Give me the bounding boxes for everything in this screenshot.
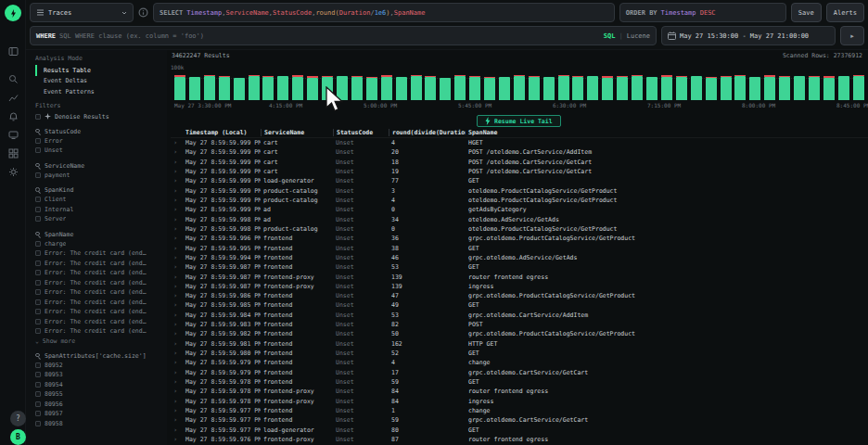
table-row[interactable]: ›May 27 8:59:59.987 PMfrontend-proxyUnse… [171, 272, 868, 281]
table-row[interactable]: ›May 27 8:59:59.977 PMfrontendUnset59grp… [171, 415, 868, 425]
table-row[interactable]: ›May 27 8:59:59.978 PMfrontend-proxyUnse… [171, 387, 868, 396]
facet-value[interactable]: 80957 [35, 409, 163, 419]
facet-value[interactable]: 80955 [35, 389, 163, 400]
facet-value[interactable]: payment [35, 171, 163, 181]
histogram-bar[interactable] [396, 77, 407, 100]
checkbox[interactable] [35, 328, 41, 334]
checkbox[interactable] [35, 401, 41, 407]
table-row[interactable]: ›May 27 8:59:59.998 PMproduct-catalogUns… [171, 224, 868, 234]
facet-title[interactable]: StatusCode [35, 127, 163, 136]
table-row[interactable]: ›May 27 8:59:59.987 PMfrontendUnset53GET [171, 262, 868, 272]
expand-chevron-icon[interactable]: › [171, 197, 183, 204]
table-row[interactable]: ›May 27 8:59:59.986 PMfrontendUnset47grp… [171, 291, 868, 300]
checkbox[interactable] [35, 391, 41, 397]
facet-value[interactable]: Error: The credit card (end… [35, 268, 163, 278]
facet-value[interactable]: Error: The credit card (end… [35, 259, 163, 269]
histogram-bar[interactable] [617, 76, 628, 100]
expand-chevron-icon[interactable]: › [171, 292, 183, 299]
time-range-picker[interactable]: May 27 15:30:00 - May 27 21:00:00 [661, 26, 836, 45]
facet-title[interactable]: SpanAttributes['cache.size'] [35, 351, 163, 361]
histogram-bar[interactable] [351, 76, 363, 100]
checkbox[interactable] [35, 250, 41, 256]
table-row[interactable]: ›May 27 8:59:59.999 PMadUnset0getAdsByCa… [171, 205, 868, 214]
expand-chevron-icon[interactable]: › [171, 388, 183, 395]
facet-value[interactable]: Client [35, 195, 163, 205]
analysis-mode-item[interactable]: Event Patterns [35, 86, 163, 97]
checkbox[interactable] [35, 216, 41, 222]
facet-value[interactable]: Error: The credit card (end… [35, 326, 163, 337]
expand-chevron-icon[interactable]: › [171, 350, 183, 357]
histogram-bar[interactable] [838, 76, 849, 100]
histogram-bar[interactable] [307, 76, 318, 100]
facet-value[interactable]: Unset [35, 146, 163, 156]
select-query-input[interactable]: SELECT Timestamp,ServiceName,StatusCode,… [153, 3, 615, 22]
expand-chevron-icon[interactable]: › [171, 168, 183, 175]
facet-value[interactable]: 80956 [35, 400, 163, 410]
facet-value[interactable]: charge [35, 239, 163, 249]
expand-chevron-icon[interactable]: › [171, 139, 183, 146]
histogram-bar[interactable] [440, 78, 451, 100]
facet-value[interactable]: Error: The credit card (end… [35, 278, 163, 288]
table-row[interactable]: ›May 27 8:59:59.999 PMproduct-catalogUns… [171, 186, 868, 196]
orderby-input[interactable]: ORDER BY Timestamp DESC [619, 3, 786, 22]
table-row[interactable]: ›May 27 8:59:59.984 PMfrontendUnset53grp… [171, 311, 868, 320]
expand-chevron-icon[interactable]: › [171, 321, 183, 328]
table-row[interactable]: ›May 27 8:59:59.999 PMcartUnset4HGET [171, 138, 868, 147]
checkbox[interactable] [35, 421, 41, 426]
histogram-bar[interactable] [587, 76, 598, 100]
checkbox[interactable] [35, 261, 41, 266]
facet-value[interactable]: Server [35, 214, 163, 224]
checkbox[interactable] [35, 309, 41, 314]
alerts-button[interactable]: Alerts [826, 3, 864, 22]
expand-chevron-icon[interactable]: › [171, 283, 183, 290]
facet-value[interactable]: Error: The credit card (end… [35, 298, 163, 308]
histogram-bar[interactable] [543, 77, 555, 100]
facet-title[interactable]: SpanKind [35, 185, 163, 195]
histogram-bar[interactable] [853, 75, 864, 100]
histogram-bar[interactable] [292, 75, 303, 100]
column-header[interactable]: StatusCode [333, 129, 389, 136]
histogram-bar[interactable] [411, 75, 422, 100]
analysis-mode-item[interactable]: Event Deltas [35, 76, 163, 87]
histogram-bar[interactable] [234, 78, 245, 100]
histogram-bar[interactable] [676, 76, 687, 100]
expand-chevron-icon[interactable]: › [171, 378, 183, 386]
checkbox[interactable] [35, 241, 41, 247]
histogram-bar[interactable] [514, 75, 525, 100]
histogram-bar[interactable] [262, 76, 274, 100]
facet-value[interactable]: 80958 [35, 419, 163, 429]
expand-chevron-icon[interactable]: › [171, 369, 183, 376]
table-row[interactable]: ›May 27 8:59:59.999 PMproduct-catalogUns… [171, 196, 868, 205]
checkbox[interactable] [35, 299, 41, 305]
checkbox[interactable] [35, 362, 41, 368]
expand-chevron-icon[interactable]: › [171, 426, 183, 434]
column-header[interactable]: ServiceName [261, 129, 333, 136]
expand-chevron-icon[interactable]: › [171, 159, 183, 166]
expand-chevron-icon[interactable]: › [171, 312, 183, 319]
histogram-bar[interactable] [764, 75, 775, 100]
denoise-checkbox[interactable] [35, 114, 41, 120]
facet-value[interactable]: Error: The credit card (end… [35, 307, 163, 317]
bell-icon[interactable] [6, 109, 19, 122]
checkbox[interactable] [35, 197, 41, 202]
checkbox[interactable] [35, 172, 41, 178]
expand-chevron-icon[interactable]: › [171, 254, 183, 261]
show-more-link[interactable]: ⌄ Show more [35, 337, 163, 346]
table-row[interactable]: ›May 27 8:59:59.979 PMfrontendUnset4chan… [171, 358, 868, 367]
histogram-bar[interactable] [219, 76, 230, 100]
table-row[interactable]: ›May 27 8:59:59.998 PMadUnset34oteldemo.… [171, 215, 868, 224]
checkbox[interactable] [35, 270, 41, 275]
table-row[interactable]: ›May 27 8:59:59.978 PMfrontend-proxyUnse… [171, 396, 868, 405]
help-button[interactable]: ? [10, 411, 26, 426]
histogram-bar[interactable] [529, 76, 540, 100]
facet-value[interactable]: Internal [35, 205, 163, 215]
table-row[interactable]: ›May 27 8:59:59.999 PMcartUnset20POST /o… [171, 147, 868, 157]
histogram-bar[interactable] [632, 75, 643, 100]
user-avatar[interactable]: B [10, 429, 26, 445]
table-row[interactable]: ›May 27 8:59:59.995 PMfrontendUnset38GET [171, 243, 868, 252]
facet-value[interactable]: Error [35, 136, 163, 146]
table-row[interactable]: ›May 27 8:59:59.999 PMload-generatorUnse… [171, 176, 868, 185]
source-select[interactable]: Traces [30, 3, 134, 22]
column-header[interactable]: Timestamp (Local) [183, 129, 261, 136]
histogram-bar[interactable] [484, 77, 495, 100]
